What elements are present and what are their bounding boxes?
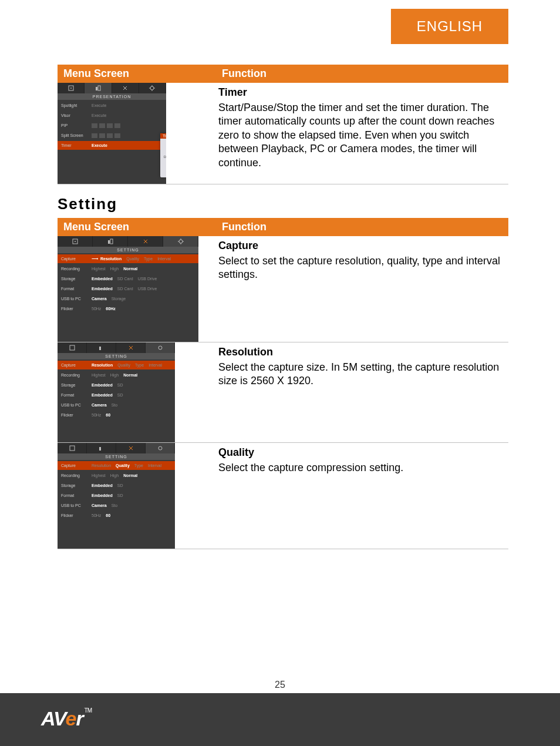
resolution-screenshot: SETTING CaptureResolutionQualityTypeInte… <box>58 342 175 442</box>
svg-rect-3 <box>98 86 100 90</box>
row-label: Storage <box>61 483 92 488</box>
row-opt: Execute <box>92 143 107 147</box>
row-label: Capture <box>61 463 92 468</box>
capture-title: Capture <box>218 240 508 252</box>
header-menu-screen: Menu Screen <box>58 65 216 83</box>
row-opt: Interval <box>149 363 162 367</box>
row-label: Storage <box>61 383 92 387</box>
svg-rect-14 <box>99 447 101 451</box>
row-label: Split Screen <box>61 133 92 137</box>
timer-screenshot-cell: PRESENTATION SpotlightExecute VisorExecu… <box>58 83 216 184</box>
row-opt: Normal <box>123 267 137 271</box>
svg-rect-8 <box>110 239 113 244</box>
quality-screenshot: SETTING CaptureResolutionQualityTypeInte… <box>58 443 175 549</box>
capture-body: Select to set the capture resolution, qu… <box>218 254 508 282</box>
row-opt: High <box>110 373 119 377</box>
row-opt: Interval <box>157 257 171 261</box>
resolution-title: Resolution <box>218 346 508 358</box>
language-tab: ENGLISH <box>391 9 508 44</box>
svg-point-9 <box>179 240 183 243</box>
row-opt: Resolution <box>100 257 122 261</box>
row-opt: Embedded <box>92 287 113 291</box>
row-opt: Sto <box>112 503 118 508</box>
row-label: Flicker <box>61 413 92 417</box>
row-label: Flicker <box>61 307 92 311</box>
row-opt: Sto <box>112 403 118 407</box>
setting-table: Menu Screen Function SETTING Capture⟶Res… <box>58 218 508 549</box>
row-label: Format <box>61 393 92 397</box>
header-function: Function <box>216 218 508 236</box>
logo-post: r <box>76 707 83 730</box>
row-opt: Interval <box>148 463 161 468</box>
header-function: Function <box>216 65 508 83</box>
row-opt: High <box>110 473 119 478</box>
row-opt: Normal <box>123 473 137 478</box>
row-opt: Embedded <box>92 393 113 397</box>
row-label: Recording <box>61 267 92 271</box>
row-opt: Type <box>134 463 143 468</box>
shot-banner: SETTING <box>58 247 198 253</box>
row-label: Flicker <box>61 513 92 518</box>
row-opt: Type <box>135 363 144 367</box>
svg-point-4 <box>150 86 154 90</box>
row-opt: 50Hz <box>92 307 101 311</box>
resolution-body: Select the capture size. In 5M setting, … <box>218 361 508 388</box>
timer-table: Menu Screen Function PRESENTATION Spotli… <box>58 65 508 184</box>
svg-point-1 <box>70 88 72 89</box>
row-label: Format <box>61 287 92 291</box>
row-opt: Type <box>144 257 153 261</box>
row-opt: Quality <box>117 363 130 367</box>
row-opt: Embedded <box>92 383 113 387</box>
setting-heading: Setting <box>58 195 508 213</box>
row-label: Recording <box>61 473 92 478</box>
row-opt: SD Card <box>117 277 133 281</box>
svg-point-15 <box>158 446 162 450</box>
row-opt: 60 <box>106 513 110 518</box>
row-opt: Quality <box>126 257 139 261</box>
row-opt: Resolution <box>92 463 111 468</box>
shot-banner: SETTING <box>58 353 175 359</box>
duration-label: Duration <box>164 155 166 159</box>
svg-rect-10 <box>70 345 75 350</box>
timer-screenshot: PRESENTATION SpotlightExecute VisorExecu… <box>58 83 166 184</box>
row-opt: Camera <box>92 297 107 301</box>
row-label: Format <box>61 493 92 498</box>
capture-screenshot: SETTING Capture⟶ResolutionQualityTypeInt… <box>58 236 198 342</box>
row-opt: SD <box>117 383 123 387</box>
header-menu-screen: Menu Screen <box>58 218 216 236</box>
row-label: Visor <box>61 113 92 117</box>
row-opt: SD <box>117 393 123 397</box>
row-label: USB to PC <box>61 297 92 301</box>
row-opt: Embedded <box>92 493 113 498</box>
svg-point-6 <box>75 241 76 242</box>
row-opt: Embedded <box>92 277 113 281</box>
row-opt: Execute <box>92 103 106 107</box>
popup-title: Timer <box>160 133 166 139</box>
page-number: 25 <box>0 680 560 690</box>
svg-rect-11 <box>99 347 101 350</box>
aver-logo: AVerTM <box>41 707 92 730</box>
row-label: USB to PC <box>61 403 92 407</box>
timer-title: Timer <box>218 86 508 99</box>
page-content: Menu Screen Function PRESENTATION Spotli… <box>58 65 508 549</box>
row-opt: Camera <box>92 403 107 407</box>
row-opt: Normal <box>123 373 137 377</box>
svg-point-12 <box>158 346 162 350</box>
shot-banner: PRESENTATION <box>58 93 166 100</box>
row-opt: Highest <box>92 267 106 271</box>
logo-pre: AV <box>41 707 65 730</box>
row-opt: 50Hz <box>92 413 101 417</box>
svg-rect-7 <box>108 240 110 244</box>
row-opt: Highest <box>92 473 106 478</box>
shot-banner: SETTING <box>58 453 175 460</box>
logo-e: e <box>65 707 76 730</box>
svg-rect-2 <box>96 87 97 90</box>
row-opt: Quality <box>116 463 130 468</box>
row-opt: 50Hz <box>92 513 101 518</box>
row-label: Timer <box>61 143 92 147</box>
row-label: USB to PC <box>61 503 92 508</box>
quality-body: Select the capture compression setting. <box>218 461 508 475</box>
row-opt: Storage <box>112 297 126 301</box>
row-opt: High <box>110 267 119 271</box>
row-opt: Camera <box>92 503 107 508</box>
